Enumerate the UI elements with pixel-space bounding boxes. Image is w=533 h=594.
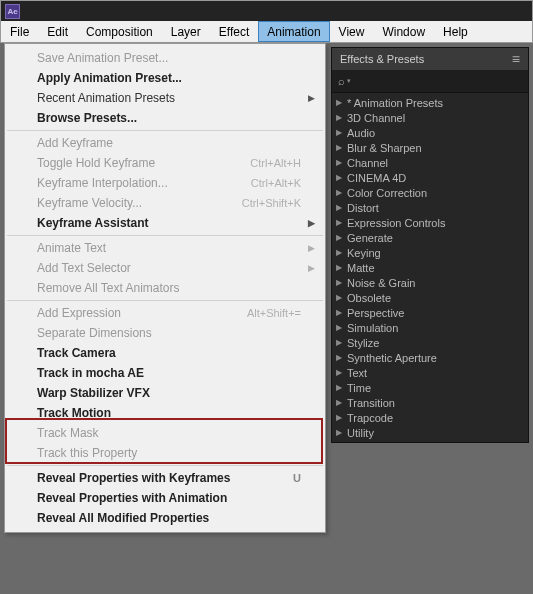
effect-category-label: Expression Controls: [347, 217, 445, 229]
chevron-right-icon: ▶: [336, 188, 344, 197]
effect-category-simulation[interactable]: ▶Simulation: [332, 320, 528, 335]
effect-category-label: Stylize: [347, 337, 379, 349]
title-bar: Ae: [0, 0, 533, 21]
menu-item-label: Keyframe Interpolation...: [37, 176, 251, 190]
menu-effect[interactable]: Effect: [210, 21, 258, 42]
menu-item-label: Track Mask: [37, 426, 301, 440]
chevron-right-icon: ▶: [336, 218, 344, 227]
effect-category-matte[interactable]: ▶Matte: [332, 260, 528, 275]
effect-category-label: CINEMA 4D: [347, 172, 406, 184]
menu-item-reveal-properties-with-keyframes[interactable]: Reveal Properties with KeyframesU: [7, 468, 323, 488]
menu-window[interactable]: Window: [373, 21, 434, 42]
effect-category-label: Trapcode: [347, 412, 393, 424]
chevron-right-icon: ▶: [308, 263, 315, 273]
menu-layer[interactable]: Layer: [162, 21, 210, 42]
effect-category-label: Transition: [347, 397, 395, 409]
menu-item-browse-presets[interactable]: Browse Presets...: [7, 108, 323, 128]
effect-category-color-correction[interactable]: ▶Color Correction: [332, 185, 528, 200]
menu-item-label: Save Animation Preset...: [37, 51, 301, 65]
chevron-right-icon: ▶: [336, 113, 344, 122]
effect-category-expression-controls[interactable]: ▶Expression Controls: [332, 215, 528, 230]
effect-category-blur-sharpen[interactable]: ▶Blur & Sharpen: [332, 140, 528, 155]
effect-category-label: Matte: [347, 262, 375, 274]
menu-item-label: Track Camera: [37, 346, 301, 360]
menu-item-toggle-hold-keyframe: Toggle Hold KeyframeCtrl+Alt+H: [7, 153, 323, 173]
effect-category-keying[interactable]: ▶Keying: [332, 245, 528, 260]
effect-category-label: Utility: [347, 427, 374, 439]
chevron-right-icon: ▶: [336, 428, 344, 437]
chevron-right-icon: ▶: [336, 158, 344, 167]
search-icon: ⌕: [338, 75, 345, 87]
menu-file[interactable]: File: [1, 21, 38, 42]
chevron-right-icon: ▶: [336, 308, 344, 317]
effect-category-stylize[interactable]: ▶Stylize: [332, 335, 528, 350]
effects-presets-panel: Effects & Presets ≡ ⌕▾ ▶Animation Preset…: [331, 47, 529, 443]
effect-category-audio[interactable]: ▶Audio: [332, 125, 528, 140]
menu-item-label: Track this Property: [37, 446, 301, 460]
menu-item-save-animation-preset: Save Animation Preset...: [7, 48, 323, 68]
menu-item-add-expression: Add ExpressionAlt+Shift+=: [7, 303, 323, 323]
menu-item-shortcut: Ctrl+Alt+H: [250, 157, 301, 169]
menu-item-shortcut: Ctrl+Shift+K: [242, 197, 301, 209]
chevron-right-icon: ▶: [336, 368, 344, 377]
app-icon: Ae: [5, 4, 20, 19]
chevron-right-icon: ▶: [336, 173, 344, 182]
effect-category-label: Time: [347, 382, 371, 394]
effect-category-utility[interactable]: ▶Utility: [332, 425, 528, 440]
animation-menu-dropdown: Save Animation Preset...Apply Animation …: [4, 43, 326, 533]
effect-category-synthetic-aperture[interactable]: ▶Synthetic Aperture: [332, 350, 528, 365]
menu-item-shortcut: U: [293, 472, 301, 484]
effect-category-perspective[interactable]: ▶Perspective: [332, 305, 528, 320]
menu-item-label: Apply Animation Preset...: [37, 71, 301, 85]
chevron-right-icon: ▶: [308, 93, 315, 103]
effect-category-trapcode[interactable]: ▶Trapcode: [332, 410, 528, 425]
effect-category-label: Generate: [347, 232, 393, 244]
menu-item-reveal-properties-with-animation[interactable]: Reveal Properties with Animation: [7, 488, 323, 508]
effect-category-label: Simulation: [347, 322, 398, 334]
effect-category-animation-presets[interactable]: ▶Animation Presets: [332, 95, 528, 110]
menu-item-track-motion[interactable]: Track Motion: [7, 403, 323, 423]
effect-category-label: Audio: [347, 127, 375, 139]
effect-category-transition[interactable]: ▶Transition: [332, 395, 528, 410]
menu-item-label: Animate Text: [37, 241, 301, 255]
menu-item-label: Reveal All Modified Properties: [37, 511, 301, 525]
effect-category-label: Distort: [347, 202, 379, 214]
menu-animation[interactable]: Animation: [258, 21, 329, 42]
chevron-right-icon: ▶: [336, 398, 344, 407]
menu-edit[interactable]: Edit: [38, 21, 77, 42]
effect-category-channel[interactable]: ▶Channel: [332, 155, 528, 170]
menu-item-track-camera[interactable]: Track Camera: [7, 343, 323, 363]
menu-help[interactable]: Help: [434, 21, 477, 42]
menu-item-label: Separate Dimensions: [37, 326, 301, 340]
effect-category-distort[interactable]: ▶Distort: [332, 200, 528, 215]
panel-header[interactable]: Effects & Presets ≡: [332, 48, 528, 70]
effect-category-label: Text: [347, 367, 367, 379]
effect-category-label: Channel: [347, 157, 388, 169]
effect-category-noise-grain[interactable]: ▶Noise & Grain: [332, 275, 528, 290]
menu-item-apply-animation-preset[interactable]: Apply Animation Preset...: [7, 68, 323, 88]
effect-category-label: 3D Channel: [347, 112, 405, 124]
effect-category-cinema-4d[interactable]: ▶CINEMA 4D: [332, 170, 528, 185]
effect-category-time[interactable]: ▶Time: [332, 380, 528, 395]
search-bar[interactable]: ⌕▾: [332, 70, 528, 93]
panel-menu-icon[interactable]: ≡: [512, 51, 520, 67]
effect-category-label: Keying: [347, 247, 381, 259]
menu-item-recent-animation-presets[interactable]: Recent Animation Presets▶: [7, 88, 323, 108]
chevron-right-icon: ▶: [308, 243, 315, 253]
menu-item-label: Remove All Text Animators: [37, 281, 301, 295]
menu-item-reveal-all-modified-properties[interactable]: Reveal All Modified Properties: [7, 508, 323, 528]
menu-item-track-in-mocha-ae[interactable]: Track in mocha AE: [7, 363, 323, 383]
menu-composition[interactable]: Composition: [77, 21, 162, 42]
effect-category-3d-channel[interactable]: ▶3D Channel: [332, 110, 528, 125]
menu-item-keyframe-assistant[interactable]: Keyframe Assistant▶: [7, 213, 323, 233]
chevron-right-icon: ▶: [308, 218, 315, 228]
chevron-down-icon: ▾: [347, 77, 351, 85]
chevron-right-icon: ▶: [336, 128, 344, 137]
effect-category-text[interactable]: ▶Text: [332, 365, 528, 380]
menu-item-warp-stabilizer-vfx[interactable]: Warp Stabilizer VFX: [7, 383, 323, 403]
effect-category-obsolete[interactable]: ▶Obsolete: [332, 290, 528, 305]
effect-category-generate[interactable]: ▶Generate: [332, 230, 528, 245]
effect-category-label: Perspective: [347, 307, 404, 319]
menu-item-keyframe-velocity: Keyframe Velocity...Ctrl+Shift+K: [7, 193, 323, 213]
menu-view[interactable]: View: [330, 21, 374, 42]
